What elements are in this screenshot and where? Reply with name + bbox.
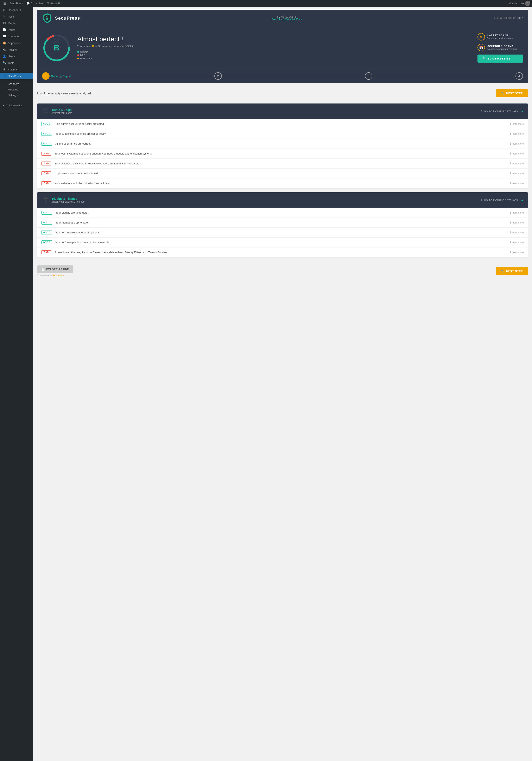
status-badge-p3: GOOD — [41, 240, 52, 244]
sidebar-item-users[interactable]: 👤 Users — [0, 53, 33, 59]
status-badge-good: GOOD — [41, 122, 52, 126]
scan-date: Dec 15th, 2016 at 09:25am — [272, 18, 302, 21]
schedule-scans-text: SCHEDULE SCANS Manage your recurring sca… — [487, 45, 517, 50]
learn-more-link-1[interactable]: ℹ learn more — [510, 132, 524, 135]
users-login-title: Users & Login — [52, 108, 72, 112]
pdf-icon: 📄 — [41, 268, 45, 271]
step-1-circle[interactable]: 1 — [42, 72, 50, 80]
gear-icon-2: ⚙ — [481, 199, 483, 202]
learn-more-link-0[interactable]: ℹ learn more — [510, 122, 524, 125]
scan-website-button[interactable]: 🔍 SCAN WEBSITE — [478, 55, 523, 63]
learn-more-link-6[interactable]: ℹ learn more — [510, 182, 524, 185]
status-badge-bad-6: BAD — [41, 181, 51, 185]
info-icon-p2: ℹ — [510, 231, 511, 234]
site-name-link[interactable]: SecuPress — [8, 0, 25, 7]
sidebar-item-appearance[interactable]: 🎨 Appearance — [0, 40, 33, 46]
next-step-label-bottom: NEXT STEP — [506, 269, 523, 273]
status-badge-good-2: GOOD — [41, 142, 52, 146]
bad-dot — [77, 54, 79, 56]
learn-more-p4[interactable]: ℹ learn more — [510, 251, 524, 254]
pro-version-link[interactable]: Pro Version — [53, 274, 64, 277]
plugins-themes-icon — [41, 196, 50, 205]
collapse-label: Collapse menu — [6, 104, 23, 107]
scan-results-title: SCAN RESULTS — [272, 16, 302, 18]
collapse-menu-button[interactable]: ◀ Collapse menu — [0, 102, 33, 109]
export-pdf-button[interactable]: 📄 EXPORT AS PDF — [37, 265, 73, 273]
users-go-to-settings[interactable]: ⚙ GO TO MODULE SETTINGS — [481, 110, 518, 113]
step-4-circle[interactable]: 4 — [515, 72, 523, 80]
plugins-item-0: GOOD Your plugins are up to date. ℹ lear… — [37, 208, 528, 218]
sidebar-item-media[interactable]: 🖼 Media — [0, 20, 33, 27]
new-content-link[interactable]: + New — [34, 0, 45, 7]
sidebar-item-plugins[interactable]: 🔌 Plugins — [0, 46, 33, 53]
learn-more-p0[interactable]: ℹ learn more — [510, 211, 524, 214]
item-text-5: Login errors should not be displayed. — [51, 172, 510, 175]
learn-more-p2[interactable]: ℹ learn more — [510, 231, 524, 234]
step-2-circle[interactable]: 2 — [214, 72, 222, 80]
item-text-p0: Your plugins are up to date. — [52, 211, 510, 214]
users-item-6: BAD Your website should be locked out so… — [37, 178, 528, 188]
users-section-toggle[interactable]: ▲ — [520, 109, 524, 113]
sidebar-item-settings[interactable]: ⚙ Settings — [0, 66, 33, 73]
sidebar-item-posts[interactable]: ✎ Posts — [0, 13, 33, 20]
step-line-2 — [224, 76, 362, 76]
comments-count: 0 — [31, 2, 32, 5]
plugins-item-3: GOOD You don't use plugins known to be v… — [37, 238, 528, 248]
grade-badge[interactable]: 🛡 Grade B — [45, 0, 62, 7]
steps-bar: 1 Security Report 2 3 4 — [37, 69, 528, 83]
admin-bar: ⊞ SecuPress 💬 0 + New 🛡 Grade B Howdy, J… — [0, 0, 532, 7]
export-area: 📄 EXPORT AS PDF 🛡 Available in Pro Versi… — [37, 265, 73, 277]
submenu-item-modules[interactable]: Modules — [0, 87, 33, 92]
plugins-themes-text: Plugins & Themes check your plugins & Th… — [52, 197, 85, 203]
learn-more-link-4[interactable]: ℹ learn more — [510, 162, 524, 165]
learn-more-link-2[interactable]: ℹ learn more — [510, 142, 524, 145]
info-icon-p0: ℹ — [510, 211, 511, 214]
appearance-icon: 🎨 — [2, 41, 6, 45]
learn-more-p1[interactable]: ℹ learn more — [510, 221, 524, 224]
avatar: J — [525, 1, 530, 6]
schedule-scans-link[interactable]: 📅 SCHEDULE SCANS Manage your recurring s… — [478, 44, 523, 51]
sidebar-item-comments[interactable]: 💬 Comments — [0, 33, 33, 40]
schedule-scans-sub: Manage your recurring scans — [487, 48, 517, 50]
wp-logo-icon[interactable]: ⊞ — [2, 1, 8, 6]
info-icon-3: ℹ — [510, 152, 511, 155]
admin-sidebar: ⊞ Dashboard ✎ Posts 🖼 Media 📄 Pages 💬 Co… — [0, 7, 33, 761]
submenu-item-settings[interactable]: Settings — [0, 92, 33, 98]
sidebar-item-dashboard[interactable]: ⊞ Dashboard — [0, 7, 33, 13]
logo-area: B SecuPress — [42, 13, 80, 23]
latest-scans-text: LATEST SCANS View your previous scans — [487, 34, 513, 39]
next-step-button-top[interactable]: 🔧 NEXT STEP — [496, 89, 528, 97]
plugins-go-to-settings[interactable]: ⚙ GO TO MODULE SETTINGS — [481, 199, 518, 202]
comments-link[interactable]: 💬 0 — [25, 0, 34, 7]
learn-more-link-3[interactable]: ℹ learn more — [510, 152, 524, 155]
sidebar-item-label: Plugins — [8, 48, 17, 51]
item-text-4: Your Database password is known to be to… — [51, 162, 510, 165]
legend-warning: WARNING — [77, 57, 471, 60]
warning-dot — [77, 58, 79, 59]
info-icon-6: ℹ — [510, 182, 511, 185]
users-login-subtitle: Protect your users — [52, 112, 72, 114]
users-item-3: BAD Your login system is not strong enou… — [37, 149, 528, 159]
next-step-button-bottom[interactable]: 🔧 NEXT STEP — [496, 267, 528, 275]
latest-scans-title: LATEST SCANS — [487, 34, 513, 37]
step-3-circle[interactable]: 3 — [365, 72, 372, 80]
learn-more-p3[interactable]: ℹ learn more — [510, 241, 524, 244]
sidebar-item-pages[interactable]: 📄 Pages — [0, 27, 33, 33]
howdy-menu[interactable]: Howdy, Julio J — [509, 1, 530, 6]
submenu-item-scanners[interactable]: Scanners — [0, 81, 33, 87]
how-does-it-work-link[interactable]: ℹ HOW DOES IT WORK ? — [494, 17, 523, 20]
sidebar-item-secupress[interactable]: 🛡 SecuPress — [0, 73, 33, 79]
item-text-0: The admin account is correctly protected… — [52, 122, 510, 125]
info-icon-0: ℹ — [510, 122, 511, 125]
latest-scans-link[interactable]: ↺ LATEST SCANS View your previous scans — [478, 33, 523, 40]
svg-point-10 — [45, 202, 46, 203]
plugins-section-toggle[interactable]: ▲ — [520, 198, 524, 202]
users-item-2: GOOD All the usernames are correct. ℹ le… — [37, 139, 528, 149]
sidebar-item-label: Users — [8, 55, 15, 58]
gear-icon: ⚙ — [481, 110, 483, 113]
learn-more-link-5[interactable]: ℹ learn more — [510, 172, 524, 175]
header-top: B SecuPress SCAN RESULTS Dec 15th, 2016 … — [37, 10, 528, 27]
tools-icon: 🔧 — [2, 61, 6, 64]
sidebar-item-tools[interactable]: 🔧 Tools — [0, 59, 33, 66]
main-content: B SecuPress SCAN RESULTS Dec 15th, 2016 … — [33, 7, 532, 761]
